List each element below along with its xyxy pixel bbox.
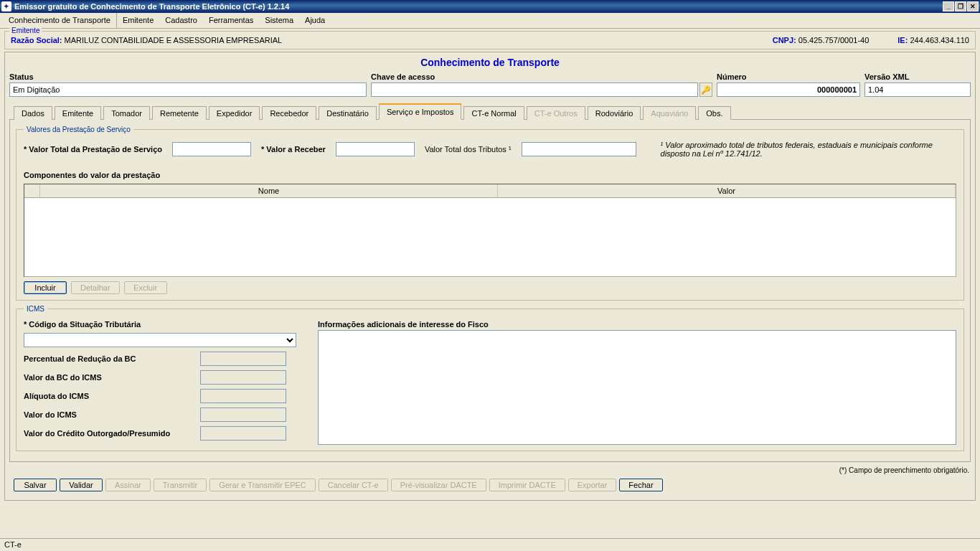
imprimir-button: Imprimir DACTE: [489, 479, 565, 491]
ie-value: 244.463.434.110: [910, 36, 969, 44]
status-input: [9, 83, 367, 97]
minimize-button[interactable]: _: [943, 1, 954, 11]
emitente-panel: Emitente Razão Social: MARILUZ CONTABILI…: [4, 31, 976, 50]
emitente-legend: Emitente: [9, 27, 42, 34]
valor-input[interactable]: [200, 408, 286, 422]
detalhar-button: Detalhar: [71, 281, 120, 294]
numero-label: Número: [717, 72, 860, 81]
previsualizar-button: Pré-visualizar DACTE: [391, 479, 486, 491]
tributos-note: ¹ Valor aproximado total de tributos fed…: [661, 141, 956, 158]
receber-label: * Valor a Receber: [261, 145, 326, 154]
receber-input[interactable]: [336, 142, 415, 156]
titlebar: ✦ Emissor gratuito de Conhecimento de Tr…: [0, 0, 980, 13]
incluir-button[interactable]: Incluir: [24, 281, 67, 294]
total-label: * Valor Total da Prestação de Serviço: [24, 145, 162, 154]
componentes-table: Nome Valor: [24, 184, 956, 277]
versao-label: Versão XML: [864, 72, 971, 81]
bc-input[interactable]: [200, 370, 286, 385]
tab-cte-outros: CT-e Outros: [527, 106, 585, 120]
validar-button[interactable]: Validar: [60, 479, 103, 491]
cnpj-label: CNPJ:: [773, 36, 796, 44]
menu-conhecimento[interactable]: Conhecimento de Transporte: [3, 13, 117, 28]
th-nome: Nome: [40, 184, 498, 197]
th-valor: Valor: [498, 184, 956, 197]
chave-input: [371, 83, 698, 97]
credito-label: Valor do Crédito Outorgado/Presumido: [24, 429, 196, 438]
info-label: Informações adicionais de interesse do F…: [318, 320, 956, 329]
th-index: [24, 184, 40, 197]
title-text: Emissor gratuito de Conhecimento de Tran…: [14, 2, 942, 11]
valores-group: Valores da Prestação de Serviço * Valor …: [16, 126, 964, 301]
cnpj-value: 05.425.757/0001-40: [798, 36, 869, 44]
icms-group: ICMS * Código da Situação Tributária Per…: [16, 305, 964, 451]
menu-cadastro[interactable]: Cadastro: [159, 13, 203, 28]
excluir-button: Excluir: [124, 281, 167, 294]
ie-label: IE:: [897, 36, 908, 44]
cancelar-button: Cancelar CT-e: [319, 479, 388, 491]
chave-label: Chave de acesso: [371, 72, 712, 81]
key-icon: 🔑: [699, 83, 712, 97]
menu-emitente[interactable]: Emitente: [117, 13, 159, 28]
razao-label: Razão Social:: [11, 36, 62, 44]
assinar-button: Assinar: [105, 479, 151, 491]
maximize-button[interactable]: ❐: [955, 1, 966, 11]
tab-obs[interactable]: Obs.: [698, 106, 730, 120]
menu-sistema[interactable]: Sistema: [259, 13, 299, 28]
tab-body: Valores da Prestação de Serviço * Valor …: [9, 120, 971, 462]
tab-rodoviario[interactable]: Rodoviário: [588, 106, 641, 120]
perc-label: Percentual de Redução da BC: [24, 354, 196, 363]
credito-input[interactable]: [200, 426, 286, 441]
status-label: Status: [9, 72, 367, 81]
tabs: Dados Emitente Tomador Remetente Expedid…: [9, 103, 971, 120]
perc-input[interactable]: [200, 352, 286, 366]
versao-input: [864, 83, 971, 97]
tab-aquaviario: Aquaviário: [643, 106, 696, 120]
numero-input: [717, 83, 860, 97]
menu-ferramentas[interactable]: Ferramentas: [203, 13, 259, 28]
tab-cte-normal[interactable]: CT-e Normal: [463, 106, 524, 120]
total-input[interactable]: [172, 142, 251, 156]
componentes-label: Componentes do valor da prestação: [24, 171, 956, 179]
salvar-button[interactable]: Salvar: [14, 479, 57, 491]
valores-legend: Valores da Prestação de Serviço: [24, 126, 133, 133]
tab-expedidor[interactable]: Expedidor: [209, 106, 260, 120]
tab-servico-impostos[interactable]: Serviço e Impostos: [379, 103, 462, 120]
tributos-label: Valor Total dos Tributos ¹: [425, 145, 512, 154]
statusbar: CT-e: [0, 538, 980, 551]
valor-label: Valor do ICMS: [24, 410, 196, 419]
aliq-input[interactable]: [200, 389, 286, 403]
aliq-label: Alíquota do ICMS: [24, 392, 196, 400]
tributos-input[interactable]: [522, 142, 636, 156]
gerar-epec-button: Gerar e Transmitir EPEC: [209, 479, 316, 491]
tab-dados[interactable]: Dados: [14, 106, 52, 120]
fechar-button[interactable]: Fechar: [619, 479, 662, 491]
app-icon: ✦: [1, 1, 11, 11]
razao-value: MARILUZ CONTABILIDADE E ASSESSORIA EMPRE…: [65, 36, 283, 44]
cst-label: * Código da Situação Tributária: [24, 320, 141, 329]
bc-label: Valor da BC do ICMS: [24, 373, 196, 382]
info-textarea[interactable]: [318, 330, 956, 445]
cst-select[interactable]: [24, 333, 296, 347]
main-frame: Conhecimento de Transporte Status Chave …: [4, 52, 976, 501]
statusbar-text: CT-e: [4, 540, 22, 549]
tab-destinatario[interactable]: Destinatário: [319, 106, 377, 120]
menubar: Conhecimento de Transporte Emitente Cada…: [0, 13, 980, 29]
tab-emitente[interactable]: Emitente: [55, 106, 101, 120]
tab-remetente[interactable]: Remetente: [152, 106, 207, 120]
icms-legend: ICMS: [24, 305, 47, 313]
footer-note: (*) Campo de preenchimento obrigatório.: [11, 466, 969, 474]
exportar-button: Exportar: [568, 479, 617, 491]
menu-ajuda[interactable]: Ajuda: [299, 13, 331, 28]
close-button[interactable]: ✕: [967, 1, 979, 11]
tab-tomador[interactable]: Tomador: [103, 106, 150, 120]
tab-recebedor[interactable]: Recebedor: [262, 106, 316, 120]
main-title: Conhecimento de Transporte: [9, 55, 971, 72]
transmitir-button: Transmitir: [154, 479, 207, 491]
